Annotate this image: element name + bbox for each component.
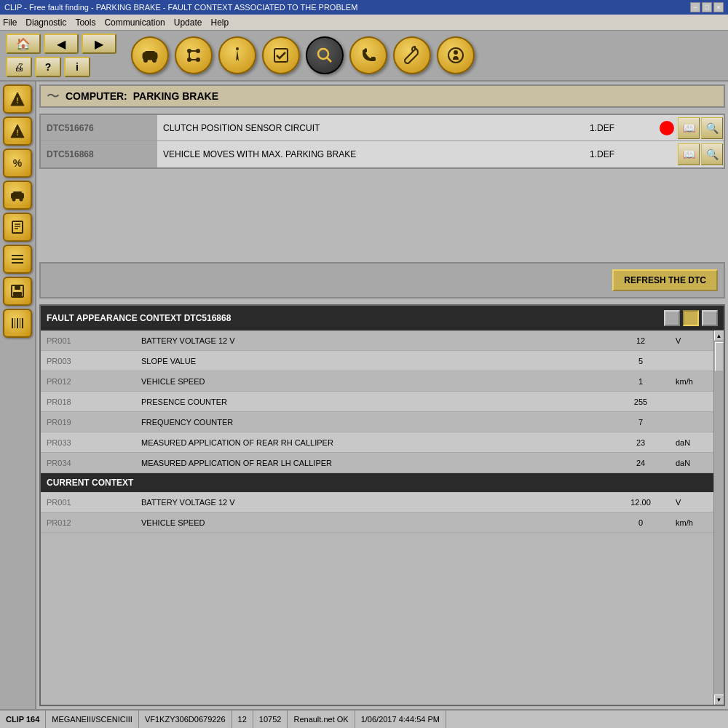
sidebar-book[interactable] xyxy=(3,213,32,242)
toolbar: 🏠 ◀ ▶ 🖨 ? i xyxy=(0,31,728,82)
touch-icon-btn[interactable] xyxy=(218,36,256,74)
home-button[interactable]: 🏠 xyxy=(6,33,41,54)
title-text: CLIP - Free fault finding - PARKING BRAK… xyxy=(4,3,357,12)
menu-bar: File Diagnostic Tools Communication Upda… xyxy=(0,15,728,31)
ctx-val-4: 7 xyxy=(612,412,670,432)
toolbar-icons xyxy=(131,36,475,74)
sidebar-car[interactable] xyxy=(3,181,32,210)
toolbar-row-bottom: 🖨 ? i xyxy=(6,57,116,77)
minimize-button[interactable]: − xyxy=(690,2,700,12)
ctx-unit-0: V xyxy=(670,331,713,350)
svg-rect-40 xyxy=(22,318,23,328)
computer-label: COMPUTER: xyxy=(66,90,127,102)
svg-rect-36 xyxy=(12,318,13,328)
current-ctx-val-1: 0 xyxy=(612,513,670,532)
status-datetime: 1/06/2017 4:44:54 PM xyxy=(355,711,446,728)
svg-point-24 xyxy=(12,198,16,202)
ctx-desc-2: VEHICLE SPEED xyxy=(135,371,612,391)
ctx-code-0: PR001 xyxy=(41,331,135,350)
refresh-area: REFRESH THE DTC xyxy=(39,262,725,298)
ctx-unit-3 xyxy=(670,392,713,411)
svg-point-13 xyxy=(318,49,328,59)
menu-diagnostic[interactable]: Diagnostic xyxy=(25,17,66,28)
ctx-val-6: 24 xyxy=(612,453,670,472)
dtc-status-0: 1.DEF xyxy=(584,115,657,141)
ctx-unit-6: daN xyxy=(670,453,713,472)
current-ctx-val-0: 12.00 xyxy=(612,492,670,512)
expert-icon-btn[interactable] xyxy=(437,36,475,74)
ctx-val-0: 12 xyxy=(612,331,670,350)
dtc-zoom-btn-0[interactable]: 🔍 xyxy=(701,117,723,139)
svg-rect-1 xyxy=(145,51,155,55)
fh-btn-square2[interactable] xyxy=(683,310,699,326)
red-dot-0 xyxy=(660,121,674,135)
ctx-desc-5: MEASURED APPLICATION OF REAR RH CALLIPER xyxy=(135,432,612,452)
ctx-row-0: PR001 BATTERY VOLTAGE 12 V 12 V xyxy=(41,331,713,351)
ctx-row-6: PR034 MEASURED APPLICATION OF REAR LH CA… xyxy=(41,453,713,473)
help-button[interactable]: ? xyxy=(35,57,61,77)
scroll-thumb[interactable] xyxy=(715,342,724,371)
ctx-desc-6: MEASURED APPLICATION OF REAR LH CALLIPER xyxy=(135,453,612,472)
ctx-row-5: PR033 MEASURED APPLICATION OF REAR RH CA… xyxy=(41,432,713,453)
menu-help[interactable]: Help xyxy=(210,17,229,28)
svg-line-14 xyxy=(327,58,331,62)
wrench-icon-btn[interactable] xyxy=(393,36,431,74)
ctx-row-4: PR019 FREQUENCY COUNTER 7 xyxy=(41,412,713,432)
fault-context-table: PR001 BATTERY VOLTAGE 12 V 12 V PR003 SL… xyxy=(41,331,713,705)
sidebar-warning1[interactable]: ! xyxy=(3,84,32,114)
dtc-actions-0: 📖 🔍 xyxy=(657,115,724,141)
dtc-book-btn-0[interactable]: 📖 xyxy=(678,117,700,139)
dtc-zoom-btn-1[interactable]: 🔍 xyxy=(701,143,723,165)
check-icon-btn[interactable] xyxy=(262,36,300,74)
refresh-dtc-button[interactable]: REFRESH THE DTC xyxy=(612,269,718,291)
content-area: 〜 COMPUTER: PARKING BRAKE DTC516676 CLUT… xyxy=(36,82,728,709)
svg-rect-34 xyxy=(15,285,20,290)
menu-file[interactable]: File xyxy=(3,17,17,28)
menu-communication[interactable]: Communication xyxy=(104,17,165,28)
current-ctx-unit-1: km/h xyxy=(670,513,713,532)
dtc-code-1: DTC516868 xyxy=(41,141,157,167)
menu-update[interactable]: Update xyxy=(174,17,202,28)
info-button[interactable]: i xyxy=(64,57,90,77)
sidebar-warning2[interactable]: ! xyxy=(3,116,32,146)
status-code: 10752 xyxy=(253,711,288,728)
dtc-row-1: DTC516868 VEHICLE MOVES WITH MAX. PARKIN… xyxy=(41,141,724,167)
scroll-down-arrow[interactable]: ▼ xyxy=(714,695,724,705)
fh-btn-square1[interactable] xyxy=(664,310,680,326)
sidebar-barcode[interactable] xyxy=(3,309,32,338)
print-button[interactable]: 🖨 xyxy=(6,57,32,77)
current-ctx-desc-0: BATTERY VOLTAGE 12 V xyxy=(135,492,612,512)
fault-context-panel: FAULT APPEARANCE CONTEXT DTC516868 PR001… xyxy=(39,304,725,706)
scroll-up-arrow[interactable]: ▲ xyxy=(714,331,724,341)
ctx-code-5: PR033 xyxy=(41,432,135,452)
current-ctx-row-0: PR001 BATTERY VOLTAGE 12 V 12.00 V xyxy=(41,492,713,513)
close-button[interactable]: × xyxy=(713,2,724,12)
svg-point-25 xyxy=(20,198,23,202)
dtc-book-btn-1[interactable]: 📖 xyxy=(678,143,700,165)
current-ctx-code-1: PR012 xyxy=(41,513,135,532)
ctx-val-5: 23 xyxy=(612,432,670,452)
ctx-row-3: PR018 PRESENCE COUNTER 255 xyxy=(41,392,713,412)
search-icon-btn[interactable] xyxy=(306,36,344,74)
svg-rect-26 xyxy=(12,221,23,233)
maximize-button[interactable]: □ xyxy=(702,2,712,12)
phone-icon-btn[interactable] xyxy=(349,36,387,74)
transmission-icon-btn[interactable] xyxy=(175,36,213,74)
svg-text:!: ! xyxy=(16,129,18,137)
fault-header-buttons xyxy=(664,310,718,326)
forward-button[interactable]: ▶ xyxy=(82,33,116,54)
main-area: ! ! % 〜 COMPUTER: PARKING BRAKE xyxy=(0,82,728,709)
ctx-row-2: PR012 VEHICLE SPEED 1 km/h xyxy=(41,371,713,392)
dtc-row-0: DTC516676 CLUTCH POSITION SENSOR CIRCUIT… xyxy=(41,115,724,141)
fh-btn-square3[interactable] xyxy=(702,310,718,326)
sidebar-percent[interactable]: % xyxy=(3,149,32,178)
back-button[interactable]: ◀ xyxy=(44,33,79,54)
sidebar: ! ! % xyxy=(0,82,36,709)
ctx-unit-5: daN xyxy=(670,432,713,452)
dtc-actions-1: 📖 🔍 xyxy=(657,141,724,167)
toolbar-row-top: 🏠 ◀ ▶ xyxy=(6,33,116,54)
vehicle-icon-btn[interactable] xyxy=(131,36,169,74)
sidebar-save[interactable] xyxy=(3,277,32,306)
menu-tools[interactable]: Tools xyxy=(75,17,95,28)
sidebar-list[interactable] xyxy=(3,245,32,274)
